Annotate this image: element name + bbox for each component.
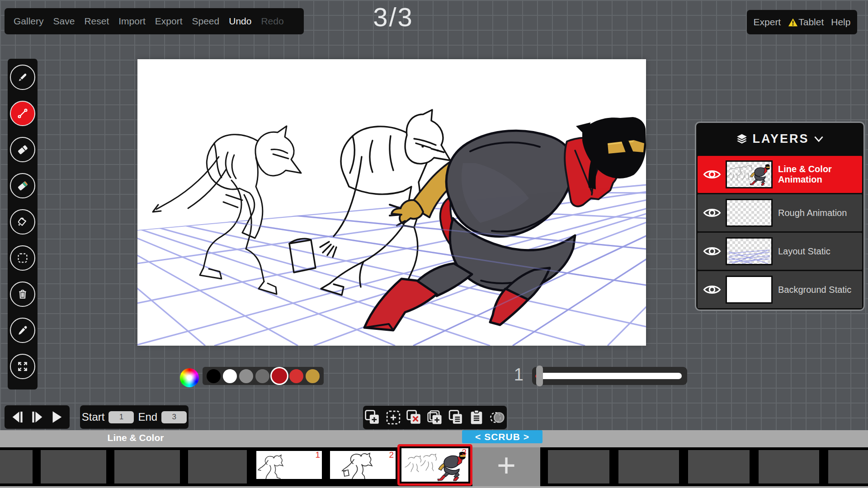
- color-swatch-bar: [203, 367, 324, 385]
- pencil-tool-button[interactable]: [10, 65, 35, 90]
- empty-frame-slot: [0, 450, 33, 483]
- visibility-eye-icon[interactable]: [703, 207, 721, 219]
- layers-panel-header[interactable]: LAYERS: [696, 123, 863, 155]
- fullscreen-tool-button[interactable]: [10, 354, 35, 379]
- color-eraser-tool-button[interactable]: [10, 173, 35, 198]
- timeline-frame-1[interactable]: 1: [255, 449, 324, 481]
- menu-item-export[interactable]: Export: [155, 16, 183, 27]
- color-swatch-red[interactable]: [289, 369, 303, 383]
- empty-frame-slot: [759, 450, 819, 483]
- onion-skin-button[interactable]: [488, 408, 506, 427]
- chevron-down-icon: [814, 136, 824, 142]
- layer-row-background-static[interactable]: Background Static: [698, 271, 862, 308]
- end-label: End: [138, 411, 157, 423]
- eyedropper-tool-button[interactable]: [10, 318, 35, 343]
- layers-icon: [736, 133, 748, 145]
- empty-frame-slot: [618, 450, 679, 483]
- empty-frame-slot: [688, 450, 750, 483]
- frame-timeline[interactable]: 1 2 3: [0, 447, 868, 486]
- timeline-frame-3-selected[interactable]: 3: [397, 444, 472, 486]
- duplicate-frame-button[interactable]: [426, 408, 444, 427]
- drawing-canvas[interactable]: [137, 59, 646, 346]
- visibility-eye-icon[interactable]: [703, 169, 721, 180]
- add-frame-cell[interactable]: +: [472, 447, 540, 486]
- frame-counter: 3/3: [357, 2, 429, 32]
- empty-frame-slot: [114, 450, 180, 483]
- brush-slider-handle[interactable]: [536, 366, 543, 386]
- menu-item-help[interactable]: Help: [831, 17, 850, 28]
- warning-icon: [788, 18, 798, 27]
- layer-row-rough-animation[interactable]: Rough Animation: [698, 194, 862, 231]
- visibility-eye-icon[interactable]: [703, 245, 721, 257]
- menu-item-import[interactable]: Import: [118, 16, 146, 27]
- color-swatch-darkgray[interactable]: [255, 369, 269, 383]
- color-swatch-black[interactable]: [207, 369, 221, 383]
- fill-bucket-tool-button[interactable]: [10, 209, 35, 235]
- rough-figure-1: [153, 126, 301, 294]
- empty-frame-slot: [41, 450, 106, 483]
- empty-frame-slot: [188, 450, 247, 483]
- scrub-button[interactable]: < SCRUB >: [462, 430, 542, 443]
- color-swatch-darkred-selected[interactable]: [272, 368, 287, 384]
- visibility-eye-icon[interactable]: [703, 284, 721, 296]
- menu-item-gallery[interactable]: Gallery: [14, 16, 44, 27]
- frame-number: 2: [389, 450, 394, 460]
- timeline-frame-2[interactable]: 2: [328, 449, 397, 481]
- eraser-tool-button[interactable]: [10, 137, 35, 162]
- paste-frame-button[interactable]: [467, 408, 486, 427]
- delete-frame-button[interactable]: [405, 408, 423, 427]
- color-swatch-gray[interactable]: [239, 369, 253, 383]
- layer-thumbnail: [726, 237, 773, 265]
- previous-frame-button[interactable]: [10, 409, 25, 425]
- main-menu-bar: Gallery Save Reset Import Export Speed U…: [5, 8, 304, 34]
- add-frame-icon: [363, 408, 382, 427]
- eyedropper-icon: [16, 324, 29, 337]
- select-icon: [16, 251, 29, 265]
- empty-frame-slot: [548, 450, 609, 483]
- line-icon: [16, 107, 29, 120]
- previous-frame-icon: [10, 409, 25, 425]
- start-frame-input[interactable]: [108, 411, 134, 423]
- brush-slider-track[interactable]: [539, 373, 682, 379]
- layer-row-line-color-animation[interactable]: Line & Color Animation: [698, 156, 862, 193]
- copy-frame-icon: [447, 408, 465, 427]
- layer-name: Background Static: [778, 285, 851, 295]
- layer-thumbnail: [726, 276, 773, 304]
- end-frame-input[interactable]: [161, 411, 187, 423]
- menu-item-expert[interactable]: Expert: [754, 17, 781, 28]
- color-swatch-gold[interactable]: [306, 369, 320, 383]
- frame-2-thumbnail: [330, 451, 396, 479]
- right-menu-bar: Expert Tablet Help: [747, 10, 857, 34]
- fullscreen-icon: [16, 360, 29, 373]
- add-frame-button[interactable]: [363, 408, 382, 427]
- trash-tool-button[interactable]: [10, 282, 35, 307]
- menu-item-redo: Redo: [261, 16, 283, 27]
- frame-3-thumbnail: [401, 448, 468, 481]
- play-button[interactable]: [49, 409, 64, 425]
- copy-frame-button[interactable]: [447, 408, 465, 427]
- frame-number: 3: [462, 447, 467, 457]
- brush-size-slider[interactable]: [532, 367, 687, 385]
- drawing-toolbar: [8, 59, 38, 389]
- menu-item-speed[interactable]: Speed: [192, 16, 219, 27]
- select-tool-button[interactable]: [10, 245, 35, 271]
- line-tool-button[interactable]: [10, 101, 35, 126]
- layer-name: Layout Static: [778, 246, 830, 257]
- menu-item-tablet[interactable]: Tablet: [788, 17, 824, 28]
- bottom-edge-bar: [0, 486, 868, 488]
- menu-item-save[interactable]: Save: [53, 16, 75, 27]
- playback-controls: [5, 405, 70, 429]
- menu-item-undo[interactable]: Undo: [229, 16, 251, 27]
- start-label: Start: [82, 411, 105, 423]
- next-frame-button[interactable]: [29, 409, 45, 425]
- pencil-icon: [16, 70, 29, 84]
- frame-tools-panel: [363, 406, 507, 429]
- menu-item-reset[interactable]: Reset: [84, 16, 109, 27]
- eraser-icon: [16, 143, 29, 156]
- color-wheel-picker[interactable]: [180, 368, 199, 387]
- next-frame-icon: [29, 409, 45, 425]
- layer-name: Rough Animation: [778, 208, 847, 218]
- color-swatch-white[interactable]: [223, 369, 237, 383]
- insert-frame-button[interactable]: [384, 408, 402, 427]
- layer-row-layout-static[interactable]: Layout Static: [698, 233, 862, 270]
